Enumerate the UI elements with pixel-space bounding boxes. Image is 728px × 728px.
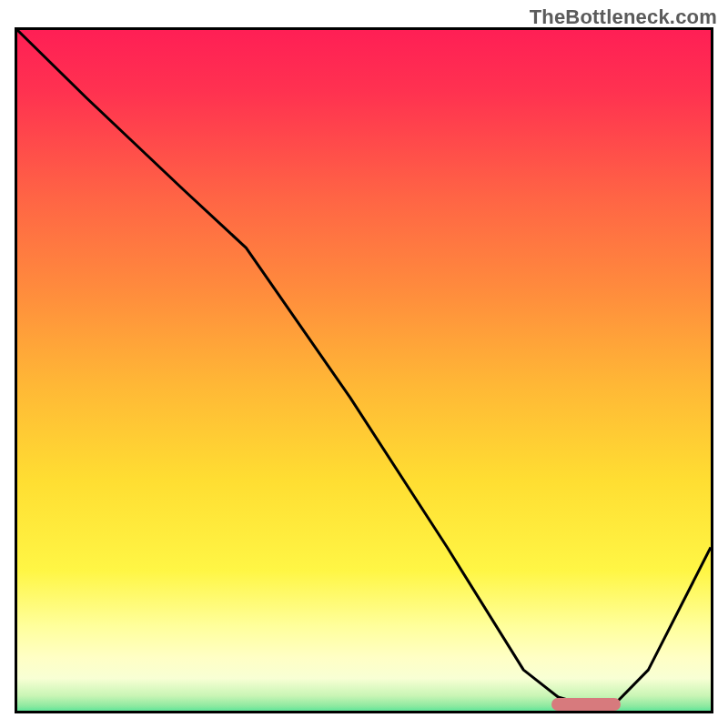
- plot-area: [15, 27, 713, 713]
- chart-container: TheBottleneck.com: [0, 0, 728, 728]
- optimum-range-marker: [551, 698, 621, 711]
- bottleneck-curve: [17, 30, 711, 711]
- watermark-text: TheBottleneck.com: [530, 5, 717, 29]
